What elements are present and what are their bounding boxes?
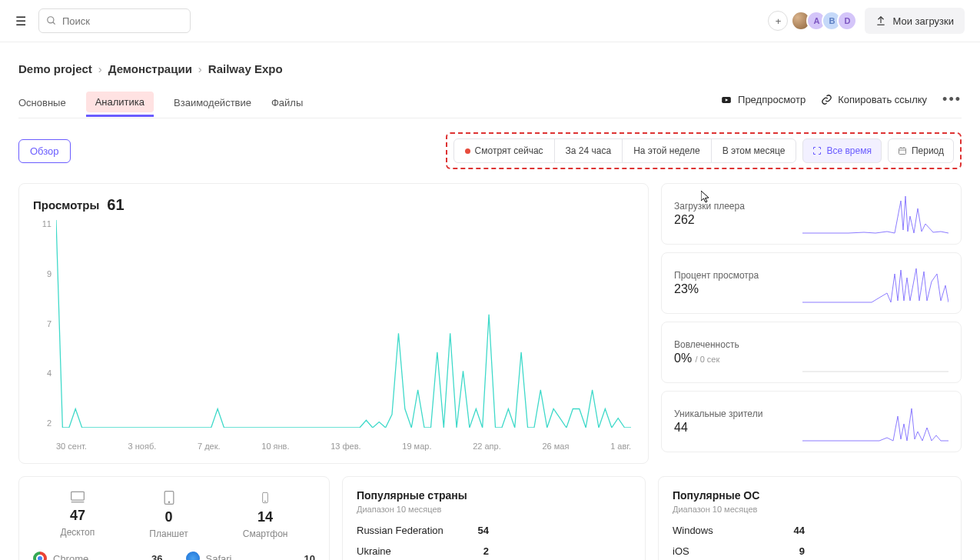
os-name: iOS xyxy=(673,545,772,557)
views-title: Просмотры xyxy=(33,198,99,212)
range-week[interactable]: На этой неделе xyxy=(623,139,712,162)
search-icon xyxy=(46,15,57,26)
chevron-right-icon: › xyxy=(198,62,202,75)
country-name: Russian Federation xyxy=(357,525,457,536)
menu-icon[interactable]: ☰ xyxy=(15,14,29,28)
range-period[interactable]: Период xyxy=(888,138,954,163)
breadcrumb-item[interactable]: Demo project xyxy=(18,62,92,75)
desktop-icon xyxy=(68,489,88,505)
card-title: Популярные ОС xyxy=(673,489,947,502)
browser-row: Chrome36 xyxy=(33,552,163,560)
card-title: Популярные страны xyxy=(357,489,631,502)
sparkline xyxy=(802,401,948,442)
range-24h[interactable]: За 24 часа xyxy=(555,139,623,162)
devices-card: 47 Десктоп 0 Планшет 14 Смартфон Chrome3… xyxy=(18,476,330,560)
overview-button[interactable]: Обзор xyxy=(18,139,71,163)
svg-line-1 xyxy=(53,22,55,25)
preview-button[interactable]: Предпросмотр xyxy=(720,94,806,105)
stat-label: Процент просмотра xyxy=(674,270,759,281)
country-name: Ukraine xyxy=(357,545,457,557)
desktop-label: Десктоп xyxy=(61,527,95,538)
chevron-right-icon: › xyxy=(98,62,102,75)
card-subtitle: Диапазон 10 месяцев xyxy=(357,505,631,514)
stat-label: Уникальные зрители xyxy=(674,408,762,419)
search-input[interactable] xyxy=(38,8,191,33)
device-tablet: 0 Планшет xyxy=(149,489,188,539)
stat-value: 44 xyxy=(674,421,762,435)
os-count: 9 xyxy=(782,545,805,557)
country-count: 2 xyxy=(466,545,489,557)
safari-icon xyxy=(186,552,200,560)
avatar[interactable]: D xyxy=(837,11,857,31)
phone-label: Смартфон xyxy=(243,528,288,539)
time-range-highlight: Смотрят сейчас За 24 часа На этой неделе… xyxy=(446,132,962,169)
os-row: Windows44 xyxy=(673,525,947,536)
copy-link-label: Копировать ссылку xyxy=(838,94,927,105)
time-range-segment: Смотрят сейчас За 24 часа На этой неделе… xyxy=(453,138,797,163)
stat-view-percent[interactable]: Процент просмотра23% xyxy=(661,252,962,314)
os-count: 44 xyxy=(782,525,805,536)
stat-value: 0% / 0 сек xyxy=(674,352,739,365)
phone-icon xyxy=(259,489,271,506)
country-row: Russian Federation54 xyxy=(357,525,631,536)
country-count: 54 xyxy=(466,525,489,536)
avatar-stack[interactable]: A B D xyxy=(796,11,857,31)
tab-basic[interactable]: Основные xyxy=(18,89,66,118)
live-dot-icon xyxy=(465,148,470,154)
phone-count: 14 xyxy=(257,509,273,525)
breadcrumb-item[interactable]: Railway Expo xyxy=(208,62,283,75)
svg-rect-9 xyxy=(71,492,85,500)
my-uploads-button[interactable]: Мои загрузки xyxy=(865,8,965,34)
popular-os-card: Популярные ОС Диапазон 10 месяцев Window… xyxy=(658,476,962,560)
card-subtitle: Диапазон 10 месяцев xyxy=(673,505,947,514)
sparkline xyxy=(802,332,948,373)
tablet-label: Планшет xyxy=(149,528,188,539)
more-menu[interactable]: ••• xyxy=(942,92,962,108)
os-name: Windows xyxy=(673,525,772,536)
stat-player-loads[interactable]: Загрузки плеера262 xyxy=(661,183,962,245)
tab-files[interactable]: Файлы xyxy=(271,89,303,118)
desktop-count: 47 xyxy=(70,508,85,524)
stat-value: 23% xyxy=(674,282,759,296)
tab-interaction[interactable]: Взаимодействие xyxy=(174,89,251,118)
upload-icon xyxy=(875,15,886,26)
chrome-icon xyxy=(33,552,47,560)
breadcrumb: Demo project › Демонстрации › Railway Ex… xyxy=(18,62,962,75)
stat-engagement[interactable]: Вовлеченность0% / 0 сек xyxy=(661,322,962,383)
breadcrumb-item[interactable]: Демонстрации xyxy=(108,62,192,75)
svg-rect-4 xyxy=(899,148,905,155)
range-alltime[interactable]: Все время xyxy=(802,138,881,163)
stat-value: 262 xyxy=(674,213,745,227)
country-row: Ukraine2 xyxy=(357,545,631,557)
device-desktop: 47 Десктоп xyxy=(61,489,95,539)
os-row: iOS9 xyxy=(673,545,947,557)
popular-countries-card: Популярные страны Диапазон 10 месяцев Ru… xyxy=(342,476,646,560)
svg-point-14 xyxy=(265,501,266,502)
my-uploads-label: Мои загрузки xyxy=(892,15,954,27)
tablet-icon xyxy=(161,489,177,506)
fullscreen-icon xyxy=(812,146,822,155)
tab-analytics[interactable]: Аналитика xyxy=(86,92,154,112)
stat-unique-viewers[interactable]: Уникальные зрители44 xyxy=(661,391,962,452)
views-chart: 119742 30 сент.3 нояб.7 дек.10 янв.13 фе… xyxy=(33,220,634,451)
range-now[interactable]: Смотрят сейчас xyxy=(454,139,555,162)
calendar-icon xyxy=(898,146,907,155)
range-month[interactable]: В этом месяце xyxy=(712,139,796,162)
svg-point-0 xyxy=(48,17,54,23)
views-card: Просмотры 61 119742 30 сент.3 нояб.7 дек… xyxy=(18,183,649,464)
add-button[interactable]: + xyxy=(768,11,788,31)
browser-row: Safari10 xyxy=(186,552,316,560)
preview-label: Предпросмотр xyxy=(738,94,806,105)
sparkline xyxy=(802,193,948,235)
views-count: 61 xyxy=(107,196,124,214)
copy-link-button[interactable]: Копировать ссылку xyxy=(821,94,927,105)
svg-point-12 xyxy=(168,502,169,502)
stat-label: Вовлеченность xyxy=(674,339,739,350)
tablet-count: 0 xyxy=(165,509,173,525)
link-icon xyxy=(821,94,832,105)
device-phone: 14 Смартфон xyxy=(243,489,288,539)
sparkline xyxy=(802,262,948,304)
play-icon xyxy=(720,95,733,105)
stat-label: Загрузки плеера xyxy=(674,201,745,212)
